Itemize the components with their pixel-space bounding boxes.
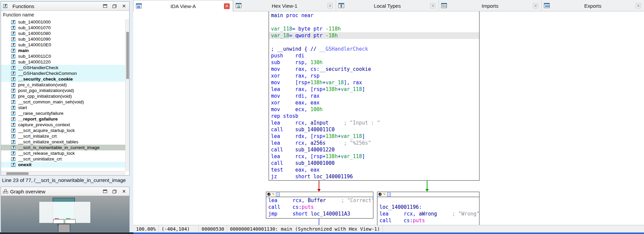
asm-line[interactable] [269,19,479,26]
tab-hex-view-1[interactable]: Hex View-1✕ [233,0,336,11]
asm-line[interactable]: lea rcx, aWrong ; "Wrong" [377,210,479,217]
asm-line[interactable]: call cs:puts [266,204,373,210]
function-icon [11,140,15,144]
function-list-item[interactable]: pre_c_initialization(void) [1,82,125,88]
asm-line[interactable]: lea rcx, [rsp+138h+var_118] [269,153,479,160]
pie-chart-icon [378,193,382,196]
asm-line[interactable]: mov rdi, rax [269,93,479,99]
tab-close-icon[interactable]: ✕ [327,3,333,8]
asm-line[interactable]: push rdi [269,52,479,59]
asm-line[interactable]: lea rcx, aInput ; "Input : " [269,120,479,126]
function-name-column-header[interactable]: Function name [1,11,129,18]
asm-line[interactable]: ; __unwind { // __GSHandlerCheck [269,46,479,52]
function-icon [11,66,15,70]
tab-local-types[interactable]: Local Types✕ [336,0,439,11]
asm-line[interactable] [377,197,479,204]
functions-status-line: Line 23 of 77, /__scrt_is_nonwritable_in… [2,177,130,183]
asm-line[interactable]: mov rax, cs:__security_cookie [269,66,479,73]
maximize-icon[interactable] [103,190,107,193]
function-list-item[interactable]: sub_140001220 [1,59,125,65]
function-list-item[interactable]: sub_140001000 [1,19,125,25]
function-list-item[interactable]: onexit [1,162,125,168]
function-list-item[interactable]: __GSHandlerCheck [1,65,125,71]
function-list-item[interactable]: sub_140001080 [1,31,125,36]
asm-line[interactable]: call sub_140001000 [269,160,479,167]
asm-line[interactable]: var_18= qword ptr -18h [269,32,479,39]
function-list-item[interactable]: sub_1400010E0 [1,42,125,48]
function-list-item[interactable]: __scrt_release_startup_lock [1,150,125,156]
functions-titlebar[interactable]: Functions ✕ [1,2,129,11]
asm-line[interactable]: rep stosb [269,113,479,120]
graph-node-main[interactable]: main proc near var_118= byte ptr -118hva… [269,11,479,181]
asm-line[interactable]: jz short loc_140001196 [269,173,479,180]
maximize-icon[interactable] [103,4,107,8]
tab-close-icon[interactable]: ✕ [636,3,641,8]
tab-label: Imports [481,3,498,9]
minimap-edge-red [55,218,59,219]
close-icon[interactable]: ✕ [122,190,126,193]
asm-line[interactable]: lea rcx, Buffer ; "Correct" [266,197,373,204]
graph-overview-minimap[interactable] [1,196,129,232]
asm-line[interactable]: xor eax, eax [269,99,479,106]
tab-close-icon[interactable]: ✕ [224,3,230,9]
float-icon[interactable] [112,190,117,193]
asm-line[interactable]: call cs:puts [377,217,479,224]
asm-line[interactable]: sub rsp, 130h [269,59,479,66]
asm-line[interactable]: lea rdx, [rsp+138h+var_118] [269,133,479,140]
asm-line[interactable]: lea rcx, a256s ; "%256s" [269,140,479,146]
asm-line[interactable]: main proc near [269,12,479,19]
graph-overview-titlebar[interactable]: Graph overview ✕ [1,187,129,196]
graph-node-wrong[interactable]: ✎ loc_140001196:lea rcx, aWrong ; "Wrong… [377,192,479,225]
function-list-item[interactable]: __scrt_is_nonwritable_in_current_image [1,145,125,150]
function-list-item[interactable]: __scrt_uninitialize_crt [1,156,125,162]
tab-imports[interactable]: Imports✕ [439,0,541,11]
vertical-scrollbar[interactable] [125,19,129,171]
functions-window: Functions ✕ Function name sub_140001000s… [1,1,130,176]
asm-line[interactable]: jmp short loc_1400011A3 [266,210,373,217]
function-list-item[interactable]: __security_check_cookie [1,76,125,82]
minimap-bottom-node [58,224,70,232]
function-list-item[interactable]: sub_140001070 [1,25,125,31]
function-list-item[interactable]: __scrt_initialize_onexit_tables [1,139,125,145]
asm-line[interactable]: call sub_140001220 [269,146,479,153]
function-list-item[interactable]: __GSHandlerCheckCommon [1,71,125,76]
horizontal-scrollbar-thumb[interactable] [6,172,29,175]
function-list-item[interactable]: __scrt_acquire_startup_lock [1,128,125,133]
function-list-item[interactable]: capture_previous_context [1,122,125,128]
asm-line[interactable]: mov ecx, 100h [269,106,479,113]
function-icon [11,117,15,121]
graph-node-correct[interactable]: ✎ lea rcx, Buffer ; "Correct"call cs:put… [266,192,373,219]
tab-ida-view-a[interactable]: IDA View-A✕ [133,0,233,12]
tab-close-icon[interactable]: ✕ [533,3,538,8]
horizontal-scrollbar[interactable] [1,171,125,175]
asm-line[interactable]: mov [rsp+138h+var_18], rax [269,79,479,86]
asm-line[interactable]: call sub_1400011C0 [269,126,479,133]
function-icon [11,83,15,87]
tab-close-icon[interactable]: ✕ [430,3,435,8]
node-titlebar[interactable]: ✎ [266,192,373,197]
asm-line[interactable]: var_118= byte ptr -118h [269,26,479,32]
function-icon [11,157,15,161]
asm-line[interactable]: xor rax, rsp [269,73,479,79]
tab-exports[interactable]: Exports✕ [541,0,644,11]
node-titlebar[interactable]: ✎ [377,192,479,197]
function-list-item[interactable]: __scrt_common_main_seh(void) [1,99,125,105]
function-list-item[interactable]: __report_gsfailure [1,116,125,122]
function-list-item[interactable]: sub_1400011C0 [1,53,125,59]
function-list-item[interactable]: sub_140001090 [1,36,125,42]
asm-line[interactable] [269,39,479,46]
asm-line[interactable]: loc_140001196: [377,204,479,210]
function-icon [11,134,15,138]
vertical-scrollbar-thumb[interactable] [126,32,129,79]
function-list-item[interactable]: post_pgo_initialization(void) [1,88,125,93]
float-icon[interactable] [112,4,117,8]
asm-line[interactable]: test eax, eax [269,167,479,173]
function-list-item[interactable]: main [1,48,125,53]
asm-line[interactable]: lea rax, [rsp+138h+var_118] [269,86,479,93]
close-icon[interactable]: ✕ [122,4,126,8]
ida-graph-canvas[interactable]: main proc near var_118= byte ptr -118hva… [133,11,644,225]
function-list-item[interactable]: __raise_securityfailure [1,110,125,116]
function-list-item[interactable]: pre_cpp_initialization(void) [1,93,125,99]
function-list-item[interactable]: __scrt_initialize_crt [1,133,125,139]
function-list-item[interactable]: start [1,105,125,110]
